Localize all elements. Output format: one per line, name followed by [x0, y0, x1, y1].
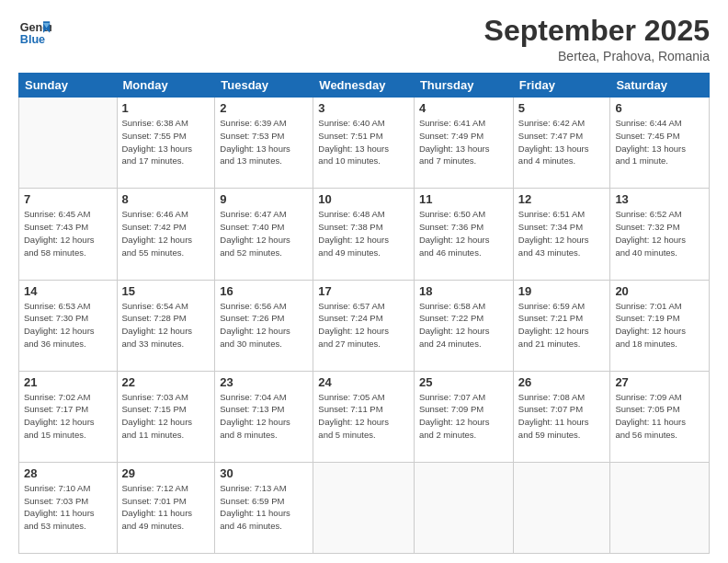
day-cell: 1Sunrise: 6:38 AM Sunset: 7:55 PM Daylig… — [117, 98, 215, 189]
day-cell: 2Sunrise: 6:39 AM Sunset: 7:53 PM Daylig… — [215, 98, 313, 189]
day-number: 5 — [518, 101, 606, 115]
day-cell — [19, 98, 118, 189]
day-number: 23 — [220, 375, 308, 389]
month-title: September 2025 — [484, 15, 710, 47]
day-cell: 22Sunrise: 7:03 AM Sunset: 7:15 PM Dayli… — [117, 371, 215, 462]
day-cell: 27Sunrise: 7:09 AM Sunset: 7:05 PM Dayli… — [610, 371, 710, 462]
day-number: 1 — [122, 101, 210, 115]
day-number: 26 — [518, 375, 606, 389]
day-cell: 17Sunrise: 6:57 AM Sunset: 7:24 PM Dayli… — [313, 280, 415, 371]
col-sunday: Sunday — [19, 74, 118, 98]
col-thursday: Thursday — [414, 74, 513, 98]
week-row-1: 7Sunrise: 6:45 AM Sunset: 7:43 PM Daylig… — [19, 189, 710, 280]
week-row-2: 14Sunrise: 6:53 AM Sunset: 7:30 PM Dayli… — [19, 280, 710, 371]
day-cell: 20Sunrise: 7:01 AM Sunset: 7:19 PM Dayli… — [610, 280, 710, 371]
day-cell: 25Sunrise: 7:07 AM Sunset: 7:09 PM Dayli… — [414, 371, 513, 462]
day-cell: 5Sunrise: 6:42 AM Sunset: 7:47 PM Daylig… — [513, 98, 610, 189]
day-info: Sunrise: 6:38 AM Sunset: 7:55 PM Dayligh… — [122, 117, 210, 167]
day-info: Sunrise: 6:39 AM Sunset: 7:53 PM Dayligh… — [220, 117, 308, 167]
day-cell: 26Sunrise: 7:08 AM Sunset: 7:07 PM Dayli… — [513, 371, 610, 462]
day-number: 19 — [518, 284, 606, 298]
day-cell: 8Sunrise: 6:46 AM Sunset: 7:42 PM Daylig… — [117, 189, 215, 280]
day-info: Sunrise: 7:10 AM Sunset: 7:03 PM Dayligh… — [24, 482, 112, 533]
col-wednesday: Wednesday — [313, 74, 415, 98]
day-info: Sunrise: 6:52 AM Sunset: 7:32 PM Dayligh… — [615, 208, 704, 259]
day-cell — [513, 462, 610, 553]
day-number: 7 — [24, 192, 112, 206]
day-cell — [313, 462, 415, 553]
day-info: Sunrise: 6:47 AM Sunset: 7:40 PM Dayligh… — [220, 208, 308, 259]
day-number: 9 — [220, 192, 308, 206]
title-block: September 2025 Bertea, Prahova, Romania — [484, 15, 710, 63]
day-number: 28 — [24, 466, 112, 480]
day-info: Sunrise: 6:53 AM Sunset: 7:30 PM Dayligh… — [24, 300, 112, 350]
day-cell: 4Sunrise: 6:41 AM Sunset: 7:49 PM Daylig… — [414, 98, 513, 189]
location: Bertea, Prahova, Romania — [484, 49, 710, 63]
day-number: 2 — [220, 101, 308, 115]
day-info: Sunrise: 7:08 AM Sunset: 7:07 PM Dayligh… — [518, 391, 606, 442]
day-info: Sunrise: 6:45 AM Sunset: 7:43 PM Dayligh… — [24, 208, 112, 259]
day-info: Sunrise: 7:02 AM Sunset: 7:17 PM Dayligh… — [24, 391, 112, 442]
day-cell — [414, 462, 513, 553]
col-tuesday: Tuesday — [215, 74, 313, 98]
day-info: Sunrise: 6:50 AM Sunset: 7:36 PM Dayligh… — [419, 208, 508, 259]
day-info: Sunrise: 6:44 AM Sunset: 7:45 PM Dayligh… — [615, 117, 704, 167]
day-number: 8 — [122, 192, 210, 206]
day-cell: 24Sunrise: 7:05 AM Sunset: 7:11 PM Dayli… — [313, 371, 415, 462]
day-info: Sunrise: 6:48 AM Sunset: 7:38 PM Dayligh… — [318, 208, 409, 259]
day-info: Sunrise: 7:03 AM Sunset: 7:15 PM Dayligh… — [122, 391, 210, 442]
day-number: 27 — [615, 375, 704, 389]
day-number: 10 — [318, 192, 409, 206]
day-number: 17 — [318, 284, 409, 298]
day-number: 21 — [24, 375, 112, 389]
day-info: Sunrise: 6:51 AM Sunset: 7:34 PM Dayligh… — [518, 208, 606, 259]
day-info: Sunrise: 6:41 AM Sunset: 7:49 PM Dayligh… — [419, 117, 508, 167]
page: General Blue September 2025 Bertea, Prah… — [0, 0, 728, 563]
logo: General Blue — [18, 15, 51, 48]
day-number: 3 — [318, 101, 409, 115]
day-number: 6 — [615, 101, 704, 115]
day-info: Sunrise: 6:56 AM Sunset: 7:26 PM Dayligh… — [220, 300, 308, 350]
day-info: Sunrise: 7:12 AM Sunset: 7:01 PM Dayligh… — [122, 482, 210, 533]
day-info: Sunrise: 6:46 AM Sunset: 7:42 PM Dayligh… — [122, 208, 210, 259]
svg-text:Blue: Blue — [20, 33, 45, 46]
day-info: Sunrise: 6:59 AM Sunset: 7:21 PM Dayligh… — [518, 300, 606, 350]
col-monday: Monday — [117, 74, 215, 98]
day-cell: 13Sunrise: 6:52 AM Sunset: 7:32 PM Dayli… — [610, 189, 710, 280]
header: General Blue September 2025 Bertea, Prah… — [18, 15, 710, 63]
day-info: Sunrise: 6:42 AM Sunset: 7:47 PM Dayligh… — [518, 117, 606, 167]
day-info: Sunrise: 7:07 AM Sunset: 7:09 PM Dayligh… — [419, 391, 508, 442]
week-row-0: 1Sunrise: 6:38 AM Sunset: 7:55 PM Daylig… — [19, 98, 710, 189]
day-cell: 28Sunrise: 7:10 AM Sunset: 7:03 PM Dayli… — [19, 462, 118, 553]
day-info: Sunrise: 6:54 AM Sunset: 7:28 PM Dayligh… — [122, 300, 210, 350]
day-info: Sunrise: 6:40 AM Sunset: 7:51 PM Dayligh… — [318, 117, 409, 167]
day-cell: 11Sunrise: 6:50 AM Sunset: 7:36 PM Dayli… — [414, 189, 513, 280]
day-number: 24 — [318, 375, 409, 389]
day-cell: 3Sunrise: 6:40 AM Sunset: 7:51 PM Daylig… — [313, 98, 415, 189]
day-number: 22 — [122, 375, 210, 389]
day-cell: 14Sunrise: 6:53 AM Sunset: 7:30 PM Dayli… — [19, 280, 118, 371]
day-cell: 15Sunrise: 6:54 AM Sunset: 7:28 PM Dayli… — [117, 280, 215, 371]
day-number: 13 — [615, 192, 704, 206]
day-cell — [610, 462, 710, 553]
day-info: Sunrise: 7:13 AM Sunset: 6:59 PM Dayligh… — [220, 482, 308, 533]
day-number: 11 — [419, 192, 508, 206]
day-cell: 21Sunrise: 7:02 AM Sunset: 7:17 PM Dayli… — [19, 371, 118, 462]
day-cell: 6Sunrise: 6:44 AM Sunset: 7:45 PM Daylig… — [610, 98, 710, 189]
day-cell: 30Sunrise: 7:13 AM Sunset: 6:59 PM Dayli… — [215, 462, 313, 553]
logo-icon: General Blue — [18, 15, 51, 48]
week-row-4: 28Sunrise: 7:10 AM Sunset: 7:03 PM Dayli… — [19, 462, 710, 553]
day-cell: 9Sunrise: 6:47 AM Sunset: 7:40 PM Daylig… — [215, 189, 313, 280]
header-row: Sunday Monday Tuesday Wednesday Thursday… — [19, 74, 710, 98]
day-number: 25 — [419, 375, 508, 389]
day-cell: 23Sunrise: 7:04 AM Sunset: 7:13 PM Dayli… — [215, 371, 313, 462]
day-number: 4 — [419, 101, 508, 115]
day-info: Sunrise: 7:05 AM Sunset: 7:11 PM Dayligh… — [318, 391, 409, 442]
day-info: Sunrise: 6:57 AM Sunset: 7:24 PM Dayligh… — [318, 300, 409, 350]
day-number: 15 — [122, 284, 210, 298]
day-cell: 7Sunrise: 6:45 AM Sunset: 7:43 PM Daylig… — [19, 189, 118, 280]
day-cell: 12Sunrise: 6:51 AM Sunset: 7:34 PM Dayli… — [513, 189, 610, 280]
day-cell: 16Sunrise: 6:56 AM Sunset: 7:26 PM Dayli… — [215, 280, 313, 371]
col-friday: Friday — [513, 74, 610, 98]
day-cell: 18Sunrise: 6:58 AM Sunset: 7:22 PM Dayli… — [414, 280, 513, 371]
